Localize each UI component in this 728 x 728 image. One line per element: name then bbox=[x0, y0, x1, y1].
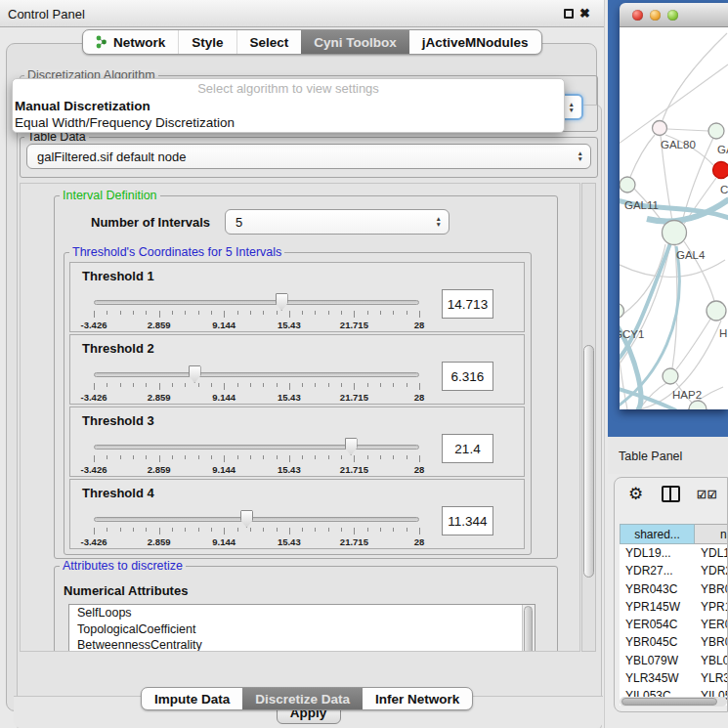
threshold-slider-track[interactable] bbox=[94, 372, 419, 377]
threshold-panel-1: Threshold 1-3.4262.8599.14415.4321.71528… bbox=[69, 262, 525, 332]
table-data-value: galFiltered.sif default node bbox=[37, 150, 186, 164]
close-traffic-light-icon[interactable] bbox=[632, 10, 643, 21]
control-panel: Control Panel ✖ Discretization Algorithm… bbox=[0, 0, 605, 728]
float-window-icon[interactable] bbox=[564, 9, 574, 19]
dropdown-option-manual[interactable]: Manual Discretization bbox=[13, 98, 564, 114]
tab-select[interactable]: Select bbox=[236, 30, 302, 54]
top-tab-strip: NetworkStyleSelectCyni ToolboxjActiveMNo… bbox=[82, 29, 542, 55]
threshold-slider-thumb[interactable] bbox=[345, 438, 358, 455]
zoom-traffic-light-icon[interactable] bbox=[667, 10, 678, 21]
table-header-row: shared... name bbox=[620, 524, 728, 544]
table-row[interactable]: YBL079WYBL079W bbox=[620, 652, 728, 669]
network-window-frame: GAL80 GA C GAL11 GAL4 GCY1 H HAP2 bbox=[608, 0, 728, 437]
table-data-combobox[interactable]: galFiltered.sif default node ▲▼ bbox=[26, 144, 591, 169]
threshold-value-field[interactable]: 6.316 bbox=[442, 362, 493, 391]
node-h[interactable] bbox=[707, 301, 726, 321]
table-panel-bar: Table Panel bbox=[608, 437, 728, 474]
bottom-tab-infer-network[interactable]: Infer Network bbox=[363, 688, 472, 709]
threshold-slider-thumb[interactable] bbox=[189, 365, 201, 383]
scale-tick-label: 2.859 bbox=[148, 320, 171, 330]
node-gal80[interactable] bbox=[653, 121, 667, 136]
table-horizontal-scrollbar[interactable] bbox=[620, 697, 727, 707]
network-canvas[interactable]: GAL80 GA C GAL11 GAL4 GCY1 H HAP2 bbox=[620, 27, 728, 409]
node-ga[interactable] bbox=[708, 123, 724, 139]
scale-tick-label: 15.43 bbox=[278, 536, 301, 547]
threshold-slider-track[interactable] bbox=[94, 300, 419, 305]
cell-name: YBR045C bbox=[695, 633, 728, 651]
scale-tick-label: 9.144 bbox=[212, 464, 236, 475]
node-red[interactable] bbox=[713, 162, 728, 179]
cell-shared-name: YDR27... bbox=[620, 562, 695, 579]
cyni-toolbox-panel: Discretization Algorithm ▲▼ Table Data g… bbox=[6, 43, 597, 711]
node-hap2[interactable] bbox=[663, 368, 678, 384]
table-row[interactable]: YER054CYER054C bbox=[620, 616, 728, 633]
table-row[interactable]: YLR345WYLR345W bbox=[620, 669, 728, 687]
threshold-title: Threshold 3 bbox=[82, 413, 154, 428]
combo-stepper-icon[interactable]: ▲▼ bbox=[578, 150, 583, 162]
gear-icon[interactable]: ⚙ bbox=[628, 484, 643, 504]
tab-cyni-toolbox[interactable]: Cyni Toolbox bbox=[301, 30, 409, 54]
checkboxes-icon[interactable]: ☑☑ bbox=[697, 489, 718, 501]
threshold-value-field[interactable]: 14.713 bbox=[442, 289, 493, 319]
dropdown-option-equal-width[interactable]: Equal Width/Frequency Discretization bbox=[13, 114, 564, 131]
algorithm-dropdown-popup: Select algorithm to view settings Manual… bbox=[12, 78, 565, 133]
tab-label: jActiveMNodules bbox=[422, 35, 529, 50]
network-graph: GAL80 GA C GAL11 GAL4 GCY1 H HAP2 bbox=[620, 27, 728, 409]
node-gal4[interactable] bbox=[663, 221, 687, 245]
number-of-intervals-combobox[interactable]: 5 ▲▼ bbox=[225, 209, 450, 235]
tab-label: Network bbox=[113, 35, 165, 50]
cell-shared-name: YBL079W bbox=[620, 652, 695, 669]
threshold-value-field[interactable]: 21.4 bbox=[442, 434, 493, 463]
attributes-group-label: Attributes to discretize bbox=[60, 560, 186, 572]
cell-name: YDL19... bbox=[695, 544, 728, 562]
node-label-hap2: HAP2 bbox=[672, 389, 702, 401]
combo-stepper-icon[interactable]: ▲▼ bbox=[436, 216, 442, 228]
column-header-name[interactable]: name bbox=[695, 524, 728, 544]
threshold-value-field[interactable]: 11.344 bbox=[442, 506, 493, 535]
table-row[interactable]: YDL19...YDL19... bbox=[620, 544, 728, 562]
cell-shared-name: YER054C bbox=[620, 616, 695, 633]
node-table: shared... name YDL19...YDL19...YDR27...Y… bbox=[620, 524, 728, 706]
close-icon[interactable]: ✖ bbox=[579, 6, 590, 21]
settings-vertical-scrollbar[interactable] bbox=[581, 183, 596, 652]
table-row[interactable]: YDR27...YDR27... bbox=[620, 562, 728, 579]
attributes-scrollbar[interactable] bbox=[522, 605, 535, 652]
cell-shared-name: YBR045C bbox=[620, 633, 695, 651]
numerical-attributes-list[interactable]: SelfLoopsTopologicalCoefficientBetweenne… bbox=[68, 604, 535, 652]
node-gcy1[interactable] bbox=[620, 304, 624, 319]
threshold-panel-4: Threshold 4-3.4262.8599.14415.4321.71528… bbox=[69, 479, 525, 549]
threshold-scale-labels: -3.4262.8599.14415.4321.71528 bbox=[94, 464, 419, 475]
attribute-list-item[interactable]: SelfLoops bbox=[69, 605, 535, 621]
tab-style[interactable]: Style bbox=[178, 30, 236, 54]
scale-tick-label: 15.43 bbox=[278, 320, 301, 330]
numerical-attributes-label: Numerical Attributes bbox=[64, 583, 188, 598]
table-hscrollbar-thumb[interactable] bbox=[621, 698, 717, 706]
table-row[interactable]: YBR045CYBR045C bbox=[620, 633, 728, 651]
bottom-tab-impute-data[interactable]: Impute Data bbox=[142, 688, 242, 709]
threshold-slider-track[interactable] bbox=[94, 517, 419, 522]
table-row[interactable]: YPR145WYPR145W bbox=[620, 598, 728, 616]
split-columns-icon[interactable] bbox=[662, 486, 680, 502]
scale-tick-label: 21.715 bbox=[340, 320, 368, 330]
bottom-tab-discretize-data[interactable]: Discretize Data bbox=[242, 688, 363, 709]
table-row[interactable]: YBR043CYBR043C bbox=[620, 580, 728, 598]
scale-tick-label: -3.426 bbox=[81, 392, 107, 403]
minimize-traffic-light-icon[interactable] bbox=[650, 10, 661, 21]
column-header-shared-name[interactable]: shared... bbox=[620, 524, 695, 544]
settings-scrollbar-thumb[interactable] bbox=[583, 345, 594, 578]
combo-stepper-icon[interactable]: ▲▼ bbox=[569, 102, 575, 113]
cell-name: YLR345W bbox=[695, 669, 728, 687]
scale-tick-label: 2.859 bbox=[148, 536, 171, 547]
threshold-slider-thumb[interactable] bbox=[240, 510, 253, 528]
attributes-scrollbar-thumb[interactable] bbox=[524, 606, 533, 652]
scale-tick-label: 21.715 bbox=[340, 392, 368, 403]
panel-title: Control Panel bbox=[8, 7, 85, 21]
attribute-list-item[interactable]: TopologicalCoefficient bbox=[69, 621, 535, 638]
tab-network[interactable]: Network bbox=[83, 30, 178, 54]
tab-jactivemnodules[interactable]: jActiveMNodules bbox=[409, 30, 541, 54]
scale-tick-label: 15.43 bbox=[278, 464, 301, 475]
threshold-slider-thumb[interactable] bbox=[276, 293, 288, 311]
threshold-slider-track[interactable] bbox=[94, 445, 419, 450]
node-gal11[interactable] bbox=[620, 177, 635, 193]
attribute-list-item[interactable]: BetweennessCentrality bbox=[69, 637, 535, 652]
